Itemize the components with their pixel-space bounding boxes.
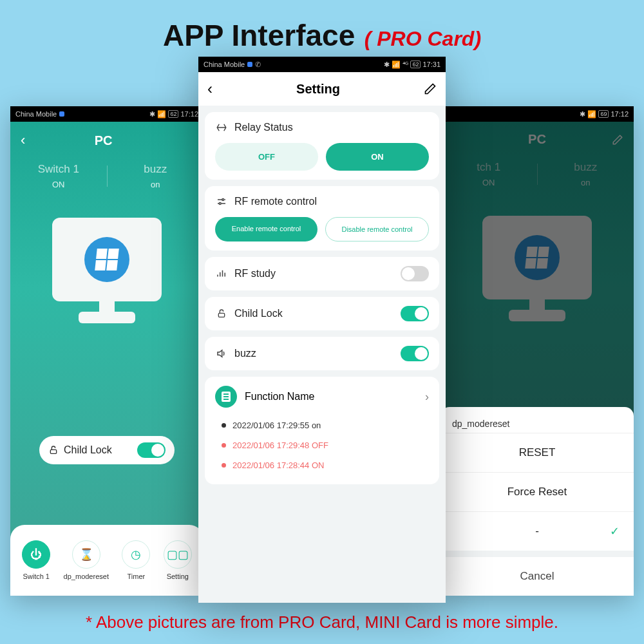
log-row: 2022/01/06 17:28:44 ON	[215, 455, 429, 475]
svg-rect-3	[218, 313, 224, 317]
document-icon	[215, 386, 237, 408]
svg-point-1	[222, 199, 224, 201]
disable-remote-button[interactable]: Disable remote control	[325, 217, 429, 242]
child-lock-toggle[interactable]	[401, 306, 429, 321]
dock-timer[interactable]: ◷ Timer	[122, 540, 150, 580]
relay-off-button[interactable]: OFF	[215, 143, 318, 171]
volte-icon	[247, 62, 252, 67]
check-icon: ✓	[610, 524, 620, 538]
buzz-label: buzz	[234, 348, 256, 359]
tab-buzz[interactable]: buzz on	[108, 163, 204, 189]
tab-label: buzz	[108, 163, 204, 176]
power-icon: ⏻	[22, 540, 50, 569]
dock-setting[interactable]: ▢▢ Setting	[164, 540, 192, 580]
relay-status-label: Relay Status	[234, 122, 293, 133]
rf-study-label: RF study	[234, 268, 276, 279]
windows-icon	[84, 237, 129, 282]
child-lock-label: Child Lock	[234, 308, 283, 319]
phone-left: China Mobile ✱ 📶 62 17:12 ‹ PC Switch 1 …	[10, 106, 204, 596]
tab-switch1[interactable]: Switch 1 ON	[10, 163, 107, 189]
grid-icon: ▢▢	[164, 540, 192, 569]
log-dot-icon	[222, 463, 226, 468]
child-lock-label: Child Lock	[64, 444, 137, 456]
log-text: 2022/01/06 17:28:44 ON	[232, 460, 324, 470]
battery-icon: 62	[410, 61, 421, 68]
battery-icon: 62	[168, 110, 178, 118]
chevron-right-icon: ›	[425, 390, 429, 404]
page-subtitle: ( PRO Card)	[365, 27, 481, 50]
bluetooth-icon: ✱	[384, 61, 390, 69]
enable-remote-button[interactable]: Enable remote control	[215, 217, 317, 242]
wifi-icon: 📶	[392, 61, 401, 69]
page-header: APP Interface ( PRO Card)	[0, 0, 644, 53]
tab-status: ON	[10, 180, 107, 189]
status-bar: China Mobile ✆ ✱ 📶 ⁴ᴳ 62 17:31	[198, 57, 446, 72]
top-tabs: Switch 1 ON buzz on	[10, 163, 204, 189]
rf-remote-card: RF remote control Enable remote control …	[205, 186, 439, 251]
sheet-option-label: -	[535, 525, 539, 537]
child-lock-toggle[interactable]	[137, 442, 166, 458]
dock-modereset[interactable]: ⌛ dp_modereset	[64, 540, 109, 580]
carrier-label: China Mobile	[204, 61, 245, 68]
footnote: * Above pictures are from PRO Card, MINI…	[0, 612, 644, 632]
buzz-toggle[interactable]	[401, 346, 429, 361]
signal-icon: ⁴ᴳ	[402, 61, 408, 69]
clock-label: 17:12	[611, 110, 629, 118]
relay-on-button[interactable]: ON	[326, 143, 429, 171]
bottom-dock: ⏻ Switch 1 ⌛ dp_modereset ◷ Timer ▢▢ Set…	[10, 525, 204, 596]
clock-label: 17:12	[180, 110, 198, 118]
dock-switch1[interactable]: ⏻ Switch 1	[22, 540, 50, 580]
log-dot-icon	[222, 443, 226, 448]
signal-bars-icon	[215, 267, 228, 280]
clock-label: 17:31	[422, 61, 440, 68]
lock-icon	[48, 445, 59, 455]
whatsapp-icon: ✆	[255, 61, 261, 69]
sliders-icon	[215, 195, 228, 208]
status-bar: China Mobile ✱ 📶 62 17:12	[10, 106, 204, 122]
dock-label: Timer	[127, 573, 145, 580]
phone-right: ✱ 📶 69 17:12 PC tch 1 ON buzz on	[440, 106, 634, 596]
speaker-icon	[215, 347, 228, 360]
rf-remote-label: RF remote control	[234, 196, 317, 207]
back-button[interactable]: ‹	[21, 132, 25, 149]
recycle-icon	[215, 121, 228, 134]
log-dot-icon	[222, 423, 226, 428]
sheet-cancel-button[interactable]: Cancel	[440, 557, 634, 596]
wifi-icon: 📶	[157, 110, 166, 118]
action-sheet: dp_modereset RESET Force Reset - ✓ Cance…	[440, 407, 634, 596]
relay-status-card: Relay Status OFF ON	[205, 112, 439, 180]
function-name-button[interactable]: Function Name ›	[215, 386, 429, 408]
tab-label: Switch 1	[10, 163, 107, 176]
sheet-option-force-reset[interactable]: Force Reset	[440, 472, 634, 511]
pc-graphic	[10, 218, 204, 301]
svg-rect-0	[50, 450, 56, 453]
rf-study-row: RF study	[205, 257, 439, 290]
phone-center: China Mobile ✆ ✱ 📶 ⁴ᴳ 62 17:31 ‹ Setting…	[198, 57, 446, 603]
rf-study-toggle[interactable]	[401, 266, 429, 281]
carrier-label: China Mobile	[15, 110, 57, 118]
dock-label: Setting	[167, 573, 189, 580]
wifi-icon: 📶	[587, 110, 596, 118]
child-lock-row: Child Lock	[205, 297, 439, 330]
bluetooth-icon: ✱	[149, 110, 155, 118]
edit-button[interactable]	[424, 82, 437, 95]
function-name-card: Function Name › 2022/01/06 17:29:55 on 2…	[205, 377, 439, 484]
sheet-option-dash[interactable]: - ✓	[440, 511, 634, 551]
buzz-row: buzz	[205, 337, 439, 370]
battery-icon: 69	[598, 110, 609, 118]
sheet-divider	[440, 551, 634, 557]
settings-header: ‹ Setting	[198, 72, 446, 106]
sheet-title: dp_modereset	[440, 410, 634, 433]
screen-title: PC	[95, 133, 113, 148]
settings-title: Setting	[296, 82, 340, 97]
log-list: 2022/01/06 17:29:55 on 2022/01/06 17:29:…	[215, 415, 429, 475]
dock-label: dp_modereset	[64, 573, 109, 580]
tab-status: on	[108, 180, 204, 189]
sheet-option-reset[interactable]: RESET	[440, 433, 634, 472]
dock-label: Switch 1	[23, 573, 50, 580]
log-text: 2022/01/06 17:29:48 OFF	[232, 440, 328, 450]
function-name-label: Function Name	[245, 391, 417, 402]
log-row: 2022/01/06 17:29:55 on	[215, 415, 429, 435]
child-lock-pill[interactable]: Child Lock	[39, 436, 175, 464]
back-button[interactable]: ‹	[207, 80, 213, 98]
